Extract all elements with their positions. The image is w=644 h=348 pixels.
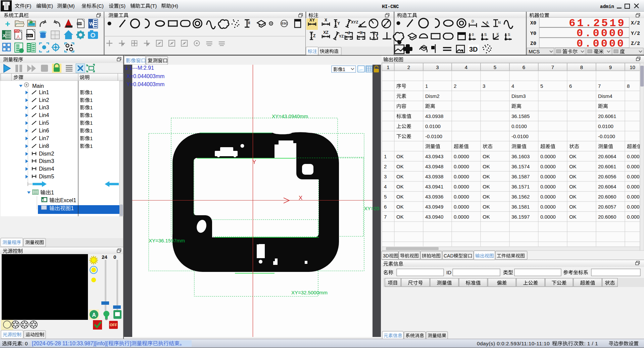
svg-text:XZ: XZ xyxy=(323,30,328,35)
svg-text:36.1603: 36.1603 xyxy=(511,154,530,159)
svg-text:X0: X0 xyxy=(530,20,536,26)
svg-text:Y: Y xyxy=(337,21,340,26)
svg-text:XY=32.5000mm: XY=32.5000mm xyxy=(291,290,328,295)
svg-text:1: 1 xyxy=(90,120,93,126)
svg-text:36.1562: 36.1562 xyxy=(511,194,530,199)
svg-text:OK: OK xyxy=(483,174,490,179)
svg-text:0.0000: 0.0000 xyxy=(540,214,556,220)
svg-text:X/2: X/2 xyxy=(631,20,640,26)
svg-text:Lin7: Lin7 xyxy=(39,135,49,141)
svg-text:(S): (S) xyxy=(119,3,126,9)
svg-text:0.000: 0.000 xyxy=(627,194,640,199)
svg-text:43.0941: 43.0941 xyxy=(425,184,443,189)
svg-text:ESC: ESC xyxy=(282,22,288,25)
svg-text:0.0000: 0.0000 xyxy=(540,154,556,159)
svg-text:43.0949: 43.0949 xyxy=(425,204,443,210)
svg-text:Lin5: Lin5 xyxy=(39,120,49,126)
svg-text:(E): (E) xyxy=(46,3,53,9)
svg-text:OK: OK xyxy=(569,214,577,220)
svg-text:CAD: CAD xyxy=(444,253,454,258)
svg-text:5: 5 xyxy=(540,83,543,89)
svg-text:XY=36.1597mm: XY=36.1597mm xyxy=(149,238,185,243)
svg-text:1: 1 xyxy=(90,143,93,149)
svg-text:X: X xyxy=(3,33,6,38)
svg-text:36.1571: 36.1571 xyxy=(511,184,530,189)
svg-text:OK: OK xyxy=(569,164,577,169)
svg-text:36.1574: 36.1574 xyxy=(511,164,530,169)
svg-text:S: S xyxy=(508,33,510,37)
svg-text:3D: 3D xyxy=(469,46,478,53)
svg-text:1: 1 xyxy=(51,190,54,195)
svg-text:Dism5: Dism5 xyxy=(39,174,54,179)
svg-text:0.0100: 0.0100 xyxy=(511,123,527,129)
svg-text:2: 2 xyxy=(384,164,387,169)
svg-text:XY=20: XY=20 xyxy=(364,206,379,211)
svg-text:Dism3: Dism3 xyxy=(39,158,54,164)
svg-text:(M): (M) xyxy=(67,3,75,9)
svg-text:0.0100: 0.0100 xyxy=(598,123,613,129)
svg-text:CSV: CSV xyxy=(27,34,32,37)
svg-text:7: 7 xyxy=(384,214,387,220)
svg-text:0.000: 0.000 xyxy=(627,164,640,169)
svg-text:0.0000: 0.0000 xyxy=(540,194,556,199)
svg-text:1: 1 xyxy=(90,105,93,110)
svg-text:Dism3: Dism3 xyxy=(511,93,526,99)
svg-text:1: 1 xyxy=(425,83,428,89)
svg-text:OK: OK xyxy=(569,154,577,159)
svg-text:5: 5 xyxy=(494,64,496,70)
svg-text:1---M:2.91: 1---M:2.91 xyxy=(129,65,154,71)
svg-text:Lin4: Lin4 xyxy=(39,112,49,118)
svg-text:d: d xyxy=(347,31,350,35)
svg-text:6: 6 xyxy=(569,83,572,89)
svg-text:0: 0 xyxy=(472,33,474,37)
svg-text:4: 4 xyxy=(384,184,387,189)
svg-text:+: + xyxy=(5,19,10,29)
svg-text:OK: OK xyxy=(569,174,577,179)
svg-text:D: D xyxy=(472,19,474,23)
svg-text:II: II xyxy=(248,21,250,25)
svg-text:OK: OK xyxy=(569,204,577,210)
svg-text:N: N xyxy=(498,20,501,24)
svg-text:OK: OK xyxy=(396,174,404,179)
svg-text:(H): (H) xyxy=(171,3,178,9)
svg-text:24: 24 xyxy=(102,254,107,260)
svg-text:4: 4 xyxy=(465,64,467,70)
svg-text:0.0000: 0.0000 xyxy=(454,204,469,210)
svg-text:[2024-05-28 11:10:33.987][info: [2024-05-28 11:10:33.987][info][ xyxy=(32,341,108,346)
svg-text:OK: OK xyxy=(483,164,490,169)
svg-text:(F): (F) xyxy=(25,3,31,9)
svg-text:-0.0100: -0.0100 xyxy=(598,133,615,139)
svg-text:OK: OK xyxy=(569,194,577,199)
svg-text:0: 0 xyxy=(113,254,116,260)
svg-text:1: 1 xyxy=(90,112,93,118)
svg-text:2: 2 xyxy=(407,64,410,70)
svg-text:1: 1 xyxy=(90,135,93,141)
svg-text:20.6061: 20.6061 xyxy=(598,113,616,119)
svg-text:4: 4 xyxy=(511,83,514,89)
svg-text:0.0000: 0.0000 xyxy=(454,194,469,199)
svg-text:0.0100: 0.0100 xyxy=(425,123,441,129)
svg-text:Excel1: Excel1 xyxy=(60,197,76,203)
svg-text:OFF: OFF xyxy=(110,323,117,327)
svg-text:20.6064: 20.6064 xyxy=(598,184,616,189)
svg-text:OK: OK xyxy=(483,184,490,189)
svg-text:3D: 3D xyxy=(383,253,389,258)
svg-text:0.000: 0.000 xyxy=(627,154,640,159)
svg-text:0.0000: 0.0000 xyxy=(454,214,469,220)
svg-text:36.1597: 36.1597 xyxy=(511,214,530,220)
svg-text:XYZ: XYZ xyxy=(351,20,358,24)
svg-text:1: 1 xyxy=(90,128,93,133)
svg-text:X=0.044003mm: X=0.044003mm xyxy=(127,73,164,79)
svg-text:20.6061: 20.6061 xyxy=(598,164,616,169)
svg-text:A: A xyxy=(92,312,96,318)
svg-text:3: 3 xyxy=(483,83,485,89)
svg-text:]: ] xyxy=(130,341,131,346)
svg-text:43.0943: 43.0943 xyxy=(425,154,443,159)
svg-text:20.6057: 20.6057 xyxy=(598,204,616,210)
svg-text:HI-CNC: HI-CNC xyxy=(382,4,399,9)
svg-text:36.1587: 36.1587 xyxy=(511,174,530,179)
svg-text:3: 3 xyxy=(384,174,387,179)
svg-text:6: 6 xyxy=(384,204,387,210)
svg-text:0.000: 0.000 xyxy=(627,214,640,220)
svg-text:OK: OK xyxy=(396,154,404,159)
